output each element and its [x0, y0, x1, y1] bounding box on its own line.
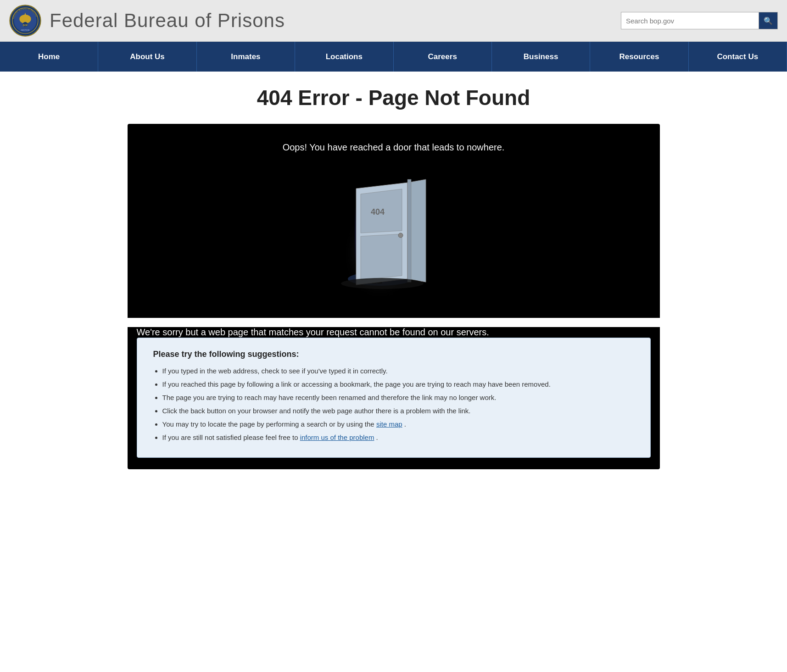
suggestion-6: If you are still not satisfied please fe…	[162, 433, 634, 442]
search-icon: 🔍	[764, 17, 773, 25]
nav-item-business[interactable]: Business	[492, 42, 590, 72]
nav-item-resources[interactable]: Resources	[590, 42, 688, 72]
suggestion-1: If you typed in the web address, check t…	[162, 366, 634, 376]
svg-point-36	[398, 233, 403, 238]
nav-item-careers[interactable]: Careers	[394, 42, 492, 72]
site-header: BOP JUSTICE FEDERAL BUREAU OF PRISONS Fe…	[0, 0, 787, 42]
nav-item-locations[interactable]: Locations	[295, 42, 393, 72]
svg-point-40	[341, 278, 424, 289]
suggestion-2: If you reached this page by following a …	[162, 379, 634, 389]
search-input[interactable]	[621, 12, 759, 29]
suggestion-5: You may try to locate the page by perfor…	[162, 419, 634, 429]
suggestions-box: Please try the following suggestions: If…	[137, 338, 651, 458]
site-title: Federal Bureau of Prisons	[50, 10, 285, 32]
search-button[interactable]: 🔍	[759, 12, 778, 29]
main-nav: Home About Us Inmates Locations Careers …	[0, 42, 787, 72]
door-illustration: 404	[329, 162, 458, 300]
svg-text:BOP: BOP	[23, 24, 28, 27]
nav-item-home[interactable]: Home	[0, 42, 98, 72]
suggestions-title: Please try the following suggestions:	[153, 350, 634, 359]
main-content: 404 Error - Page Not Found Oops! You hav…	[118, 72, 669, 483]
svg-rect-39	[407, 179, 411, 282]
suggestion-3: The page you are trying to reach may hav…	[162, 393, 634, 402]
nav-item-inmates[interactable]: Inmates	[197, 42, 295, 72]
search-area: 🔍	[621, 12, 778, 29]
suggestion-4: Click the back button on your browser an…	[162, 406, 634, 416]
svg-marker-35	[361, 234, 402, 280]
site-map-link[interactable]: site map	[376, 420, 402, 428]
error-illustration-section: Oops! You have reached a door that leads…	[128, 124, 660, 318]
suggestions-list: If you typed in the web address, check t…	[153, 366, 634, 442]
svg-text:404: 404	[371, 207, 385, 217]
inform-problem-link[interactable]: inform us of the problem	[300, 433, 374, 441]
sorry-text: We're sorry but a web page that matches …	[137, 327, 651, 338]
oops-text: Oops! You have reached a door that leads…	[137, 142, 651, 153]
error-sorry-section: We're sorry but a web page that matches …	[128, 327, 660, 469]
nav-item-contact[interactable]: Contact Us	[689, 42, 787, 72]
error-title: 404 Error - Page Not Found	[128, 85, 660, 110]
svg-text:JUSTICE: JUSTICE	[21, 29, 30, 31]
bop-seal: BOP JUSTICE FEDERAL BUREAU OF PRISONS	[9, 5, 41, 37]
nav-item-about[interactable]: About Us	[98, 42, 196, 72]
logo-area: BOP JUSTICE FEDERAL BUREAU OF PRISONS Fe…	[9, 5, 621, 37]
